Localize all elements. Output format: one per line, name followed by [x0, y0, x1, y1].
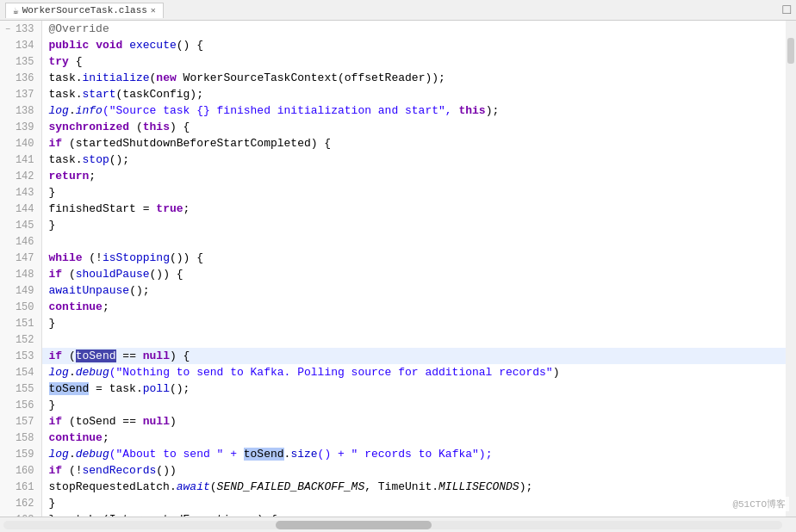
table-row: 147 while (!isStopping()) { — [0, 250, 786, 266]
title-bar: ☕ WorkerSourceTask.class ✕ □ — [0, 0, 796, 21]
line-number: 154 — [0, 364, 41, 380]
code-line: synchronized (this) { — [41, 119, 786, 135]
code-line: if (shouldPause()) { — [41, 266, 786, 282]
code-line: public void execute() { — [41, 37, 786, 53]
table-row: 152 — [0, 331, 786, 348]
code-line: @Override — [41, 21, 786, 37]
table-row: 135 try { — [0, 53, 786, 70]
tab-close-button[interactable]: ✕ — [151, 5, 156, 15]
table-row: 157 if (toSend == null) — [0, 413, 786, 430]
code-line — [41, 233, 786, 250]
line-number: 159 — [0, 446, 41, 462]
code-line: log.info("Source task {} finished initia… — [41, 102, 786, 119]
code-line: try { — [41, 53, 786, 70]
code-line: toSend = task.poll(); — [41, 380, 786, 397]
line-number: 160 — [0, 462, 41, 479]
table-row: 149 awaitUnpause(); — [0, 282, 786, 299]
line-number: 147 — [0, 250, 41, 266]
table-row: 154 log.debug("Nothing to send to Kafka.… — [0, 364, 786, 380]
table-row: 162 } — [0, 495, 786, 511]
code-line: } — [41, 397, 786, 413]
line-number: 135 — [0, 53, 41, 70]
line-number: 138 — [0, 102, 41, 119]
code-line: } — [41, 315, 786, 331]
table-row: 148 if (shouldPause()) { — [0, 266, 786, 282]
table-row: 134 public void execute() { — [0, 37, 786, 53]
code-line: log.debug("About to send " + toSend.size… — [41, 446, 786, 462]
code-line: return; — [41, 168, 786, 184]
code-line: continue; — [41, 430, 786, 446]
right-scrollbar[interactable] — [786, 21, 796, 517]
table-row: 159 log.debug("About to send " + toSend.… — [0, 446, 786, 462]
table-row: 141 task.stop(); — [0, 152, 786, 168]
title-bar-left: ☕ WorkerSourceTask.class ✕ — [5, 3, 164, 18]
table-row: 150 continue; — [0, 299, 786, 315]
code-line: continue; — [41, 299, 786, 315]
table-row: 161 stopRequestedLatch.await(SEND_FAILED… — [0, 479, 786, 495]
table-row: 158 continue; — [0, 430, 786, 446]
code-line: task.stop(); — [41, 152, 786, 168]
table-row: 155 toSend = task.poll(); — [0, 380, 786, 397]
code-line: task.start(taskConfig); — [41, 86, 786, 102]
table-row: 136 task.initialize(new WorkerSourceTask… — [0, 70, 786, 86]
tab-label: WorkerSourceTask.class — [22, 5, 147, 15]
code-line: if (toSend == null) — [41, 413, 786, 430]
code-line: } — [41, 217, 786, 233]
watermark: @51CTO博客 — [729, 497, 789, 511]
editor-area: − 133 @Override134 public void execute()… — [0, 21, 796, 517]
table-row: 144 finishedStart = true; — [0, 201, 786, 217]
code-line: stopRequestedLatch.await(SEND_FAILED_BAC… — [41, 479, 786, 495]
line-number: 157 — [0, 413, 41, 430]
code-table: − 133 @Override134 public void execute()… — [0, 21, 786, 517]
table-row: − 133 @Override — [0, 21, 786, 37]
line-number: 137 — [0, 86, 41, 102]
line-number: 149 — [0, 282, 41, 299]
line-number: 142 — [0, 168, 41, 184]
table-row: 146 — [0, 233, 786, 250]
maximize-button[interactable]: □ — [782, 3, 791, 18]
line-number: 141 — [0, 152, 41, 168]
table-row: 137 task.start(taskConfig); — [0, 86, 786, 102]
table-row: 138 log.info("Source task {} finished in… — [0, 102, 786, 119]
code-line: if (toSend == null) { — [41, 348, 786, 364]
table-row: 156 } — [0, 397, 786, 413]
code-line: if (!sendRecords()) — [41, 462, 786, 479]
editor-window: ☕ WorkerSourceTask.class ✕ □ − 133 @Over… — [0, 0, 796, 532]
table-row: 153 if (toSend == null) { — [0, 348, 786, 364]
table-row: 145 } — [0, 217, 786, 233]
table-row: 139 synchronized (this) { — [0, 119, 786, 135]
line-number: 156 — [0, 397, 41, 413]
line-number: 163 — [0, 511, 41, 517]
line-number: 136 — [0, 70, 41, 86]
line-number: 146 — [0, 233, 41, 250]
table-row: 140 if (startedShutdownBeforeStartComple… — [0, 135, 786, 152]
line-number: 143 — [0, 184, 41, 201]
line-number: 139 — [0, 119, 41, 135]
line-number: 155 — [0, 380, 41, 397]
line-number: 161 — [0, 479, 41, 495]
line-number: 144 — [0, 201, 41, 217]
code-line: awaitUnpause(); — [41, 282, 786, 299]
code-line: } — [41, 495, 786, 511]
table-row: 160 if (!sendRecords()) — [0, 462, 786, 479]
line-number: 151 — [0, 315, 41, 331]
line-number: 162 — [0, 495, 41, 511]
scroll-track-horizontal[interactable] — [3, 521, 782, 529]
tab-icon: ☕ — [13, 5, 19, 16]
line-number: 153 — [0, 348, 41, 364]
line-number: 134 — [0, 37, 41, 53]
code-line: task.initialize(new WorkerSourceTaskCont… — [41, 70, 786, 86]
code-scroll-area[interactable]: − 133 @Override134 public void execute()… — [0, 21, 786, 517]
table-row: 142 return; — [0, 168, 786, 184]
code-line: } — [41, 184, 786, 201]
title-tab[interactable]: ☕ WorkerSourceTask.class ✕ — [5, 3, 164, 18]
code-line: while (!isStopping()) { — [41, 250, 786, 266]
scroll-thumb-horizontal[interactable] — [276, 521, 432, 529]
code-line: log.debug("Nothing to send to Kafka. Pol… — [41, 364, 786, 380]
code-line — [41, 331, 786, 348]
line-number: 150 — [0, 299, 41, 315]
line-number: 158 — [0, 430, 41, 446]
scroll-thumb-vertical[interactable] — [787, 38, 794, 64]
table-row: 163 } catch (InterruptedException e) { — [0, 511, 786, 517]
line-number: − 133 — [0, 21, 41, 37]
